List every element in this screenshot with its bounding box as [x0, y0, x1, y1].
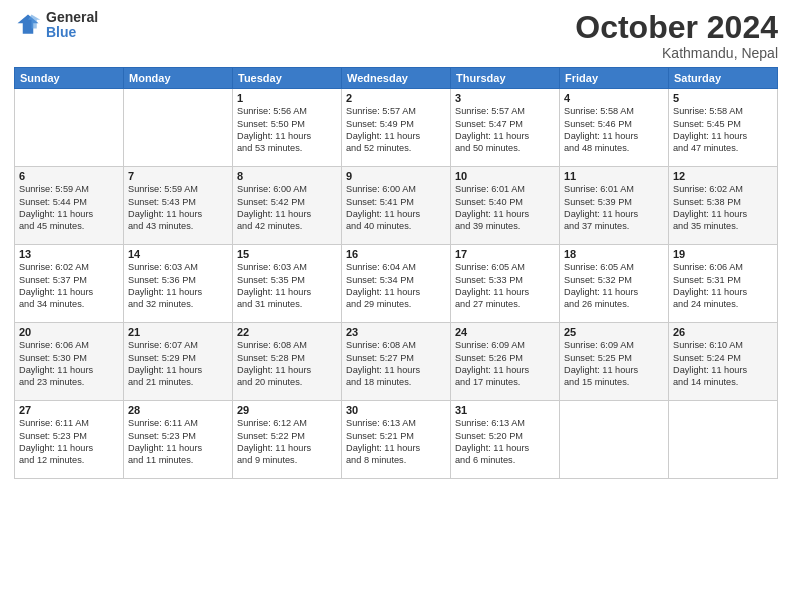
day-number: 8	[237, 170, 337, 182]
day-cell: 18Sunrise: 6:05 AM Sunset: 5:32 PM Dayli…	[560, 245, 669, 323]
day-info: Sunrise: 5:58 AM Sunset: 5:46 PM Dayligh…	[564, 105, 664, 155]
day-info: Sunrise: 6:13 AM Sunset: 5:21 PM Dayligh…	[346, 417, 446, 467]
day-cell: 5Sunrise: 5:58 AM Sunset: 5:45 PM Daylig…	[669, 89, 778, 167]
day-number: 19	[673, 248, 773, 260]
day-cell: 25Sunrise: 6:09 AM Sunset: 5:25 PM Dayli…	[560, 323, 669, 401]
day-info: Sunrise: 6:06 AM Sunset: 5:30 PM Dayligh…	[19, 339, 119, 389]
header-monday: Monday	[124, 68, 233, 89]
day-info: Sunrise: 6:03 AM Sunset: 5:35 PM Dayligh…	[237, 261, 337, 311]
day-info: Sunrise: 6:02 AM Sunset: 5:37 PM Dayligh…	[19, 261, 119, 311]
day-info: Sunrise: 5:56 AM Sunset: 5:50 PM Dayligh…	[237, 105, 337, 155]
calendar-table: Sunday Monday Tuesday Wednesday Thursday…	[14, 67, 778, 479]
day-cell: 3Sunrise: 5:57 AM Sunset: 5:47 PM Daylig…	[451, 89, 560, 167]
day-number: 5	[673, 92, 773, 104]
day-info: Sunrise: 6:09 AM Sunset: 5:26 PM Dayligh…	[455, 339, 555, 389]
day-info: Sunrise: 6:01 AM Sunset: 5:39 PM Dayligh…	[564, 183, 664, 233]
day-number: 10	[455, 170, 555, 182]
day-info: Sunrise: 6:01 AM Sunset: 5:40 PM Dayligh…	[455, 183, 555, 233]
day-cell: 30Sunrise: 6:13 AM Sunset: 5:21 PM Dayli…	[342, 401, 451, 479]
day-number: 25	[564, 326, 664, 338]
header-tuesday: Tuesday	[233, 68, 342, 89]
day-cell: 23Sunrise: 6:08 AM Sunset: 5:27 PM Dayli…	[342, 323, 451, 401]
day-info: Sunrise: 6:03 AM Sunset: 5:36 PM Dayligh…	[128, 261, 228, 311]
day-info: Sunrise: 5:57 AM Sunset: 5:49 PM Dayligh…	[346, 105, 446, 155]
day-cell: 29Sunrise: 6:12 AM Sunset: 5:22 PM Dayli…	[233, 401, 342, 479]
day-cell: 10Sunrise: 6:01 AM Sunset: 5:40 PM Dayli…	[451, 167, 560, 245]
day-number: 6	[19, 170, 119, 182]
day-cell: 12Sunrise: 6:02 AM Sunset: 5:38 PM Dayli…	[669, 167, 778, 245]
day-info: Sunrise: 6:10 AM Sunset: 5:24 PM Dayligh…	[673, 339, 773, 389]
day-cell: 15Sunrise: 6:03 AM Sunset: 5:35 PM Dayli…	[233, 245, 342, 323]
logo-blue: Blue	[46, 25, 98, 40]
day-info: Sunrise: 6:11 AM Sunset: 5:23 PM Dayligh…	[128, 417, 228, 467]
day-info: Sunrise: 6:08 AM Sunset: 5:28 PM Dayligh…	[237, 339, 337, 389]
week-row-3: 20Sunrise: 6:06 AM Sunset: 5:30 PM Dayli…	[15, 323, 778, 401]
day-cell: 16Sunrise: 6:04 AM Sunset: 5:34 PM Dayli…	[342, 245, 451, 323]
day-cell: 11Sunrise: 6:01 AM Sunset: 5:39 PM Dayli…	[560, 167, 669, 245]
day-cell: 20Sunrise: 6:06 AM Sunset: 5:30 PM Dayli…	[15, 323, 124, 401]
day-cell: 13Sunrise: 6:02 AM Sunset: 5:37 PM Dayli…	[15, 245, 124, 323]
day-info: Sunrise: 5:57 AM Sunset: 5:47 PM Dayligh…	[455, 105, 555, 155]
month-title: October 2024	[575, 10, 778, 45]
day-info: Sunrise: 6:12 AM Sunset: 5:22 PM Dayligh…	[237, 417, 337, 467]
day-info: Sunrise: 6:11 AM Sunset: 5:23 PM Dayligh…	[19, 417, 119, 467]
day-number: 13	[19, 248, 119, 260]
day-cell: 4Sunrise: 5:58 AM Sunset: 5:46 PM Daylig…	[560, 89, 669, 167]
day-cell: 14Sunrise: 6:03 AM Sunset: 5:36 PM Dayli…	[124, 245, 233, 323]
day-info: Sunrise: 6:00 AM Sunset: 5:42 PM Dayligh…	[237, 183, 337, 233]
day-cell: 22Sunrise: 6:08 AM Sunset: 5:28 PM Dayli…	[233, 323, 342, 401]
logo-text: General Blue	[46, 10, 98, 41]
header-row: Sunday Monday Tuesday Wednesday Thursday…	[15, 68, 778, 89]
day-cell	[560, 401, 669, 479]
calendar-body: 1Sunrise: 5:56 AM Sunset: 5:50 PM Daylig…	[15, 89, 778, 479]
day-number: 26	[673, 326, 773, 338]
week-row-1: 6Sunrise: 5:59 AM Sunset: 5:44 PM Daylig…	[15, 167, 778, 245]
day-info: Sunrise: 6:05 AM Sunset: 5:33 PM Dayligh…	[455, 261, 555, 311]
day-number: 18	[564, 248, 664, 260]
day-cell: 1Sunrise: 5:56 AM Sunset: 5:50 PM Daylig…	[233, 89, 342, 167]
day-number: 17	[455, 248, 555, 260]
day-number: 24	[455, 326, 555, 338]
week-row-0: 1Sunrise: 5:56 AM Sunset: 5:50 PM Daylig…	[15, 89, 778, 167]
day-cell: 24Sunrise: 6:09 AM Sunset: 5:26 PM Dayli…	[451, 323, 560, 401]
logo-general: General	[46, 10, 98, 25]
week-row-2: 13Sunrise: 6:02 AM Sunset: 5:37 PM Dayli…	[15, 245, 778, 323]
location-subtitle: Kathmandu, Nepal	[575, 45, 778, 61]
day-cell	[124, 89, 233, 167]
calendar-header: Sunday Monday Tuesday Wednesday Thursday…	[15, 68, 778, 89]
day-info: Sunrise: 6:13 AM Sunset: 5:20 PM Dayligh…	[455, 417, 555, 467]
day-number: 29	[237, 404, 337, 416]
day-cell: 2Sunrise: 5:57 AM Sunset: 5:49 PM Daylig…	[342, 89, 451, 167]
logo: General Blue	[14, 10, 98, 41]
day-cell: 27Sunrise: 6:11 AM Sunset: 5:23 PM Dayli…	[15, 401, 124, 479]
day-number: 27	[19, 404, 119, 416]
day-info: Sunrise: 5:58 AM Sunset: 5:45 PM Dayligh…	[673, 105, 773, 155]
logo-icon	[14, 11, 42, 39]
day-number: 22	[237, 326, 337, 338]
day-cell: 26Sunrise: 6:10 AM Sunset: 5:24 PM Dayli…	[669, 323, 778, 401]
day-number: 28	[128, 404, 228, 416]
day-number: 4	[564, 92, 664, 104]
day-number: 7	[128, 170, 228, 182]
day-info: Sunrise: 6:00 AM Sunset: 5:41 PM Dayligh…	[346, 183, 446, 233]
title-block: October 2024 Kathmandu, Nepal	[575, 10, 778, 61]
day-number: 20	[19, 326, 119, 338]
day-number: 16	[346, 248, 446, 260]
day-number: 31	[455, 404, 555, 416]
day-number: 1	[237, 92, 337, 104]
day-cell: 31Sunrise: 6:13 AM Sunset: 5:20 PM Dayli…	[451, 401, 560, 479]
day-cell	[15, 89, 124, 167]
day-number: 21	[128, 326, 228, 338]
day-info: Sunrise: 5:59 AM Sunset: 5:43 PM Dayligh…	[128, 183, 228, 233]
day-info: Sunrise: 6:06 AM Sunset: 5:31 PM Dayligh…	[673, 261, 773, 311]
day-number: 12	[673, 170, 773, 182]
day-info: Sunrise: 6:05 AM Sunset: 5:32 PM Dayligh…	[564, 261, 664, 311]
header-thursday: Thursday	[451, 68, 560, 89]
day-info: Sunrise: 6:04 AM Sunset: 5:34 PM Dayligh…	[346, 261, 446, 311]
day-info: Sunrise: 6:07 AM Sunset: 5:29 PM Dayligh…	[128, 339, 228, 389]
header-friday: Friday	[560, 68, 669, 89]
header-wednesday: Wednesday	[342, 68, 451, 89]
day-cell: 8Sunrise: 6:00 AM Sunset: 5:42 PM Daylig…	[233, 167, 342, 245]
day-number: 3	[455, 92, 555, 104]
page: General Blue October 2024 Kathmandu, Nep…	[0, 0, 792, 612]
